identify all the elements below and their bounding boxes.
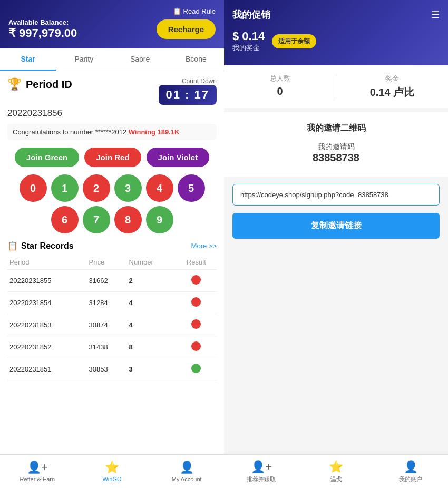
- account-icon: 👤: [180, 461, 194, 474]
- left-panel: 📋 Read Rule Available Balance: ₹ 997,979…: [0, 0, 224, 488]
- number-4[interactable]: 4: [146, 174, 173, 202]
- cell-price: 31662: [87, 270, 127, 292]
- period-title: 🏆 Period ID: [7, 77, 72, 91]
- invite-code-value: 83858738: [232, 152, 440, 164]
- nav-reffer-earn-label: Reffer & Earn: [20, 476, 55, 482]
- stat-bonus-label: 奖金: [336, 74, 448, 83]
- reward-label: 我的奖金: [232, 43, 265, 53]
- period-id: 20220231856: [7, 108, 217, 119]
- col-price: Price: [87, 255, 127, 270]
- applicable-badge: 适用于余额: [272, 34, 316, 48]
- period-section: 🏆 Period ID Count Down 01 : 17: [7, 77, 217, 105]
- cell-result: [176, 314, 217, 336]
- copy-invite-link-button[interactable]: 复制邀请链接: [232, 213, 440, 239]
- number-0[interactable]: 0: [20, 174, 47, 202]
- read-rule-button[interactable]: 📋 Read Rule: [173, 7, 216, 15]
- invite-code-label: 我的邀请码: [232, 142, 440, 152]
- cell-result: [176, 270, 217, 292]
- tab-star[interactable]: Star: [0, 48, 56, 71]
- read-rule-link: 📋 Read Rule: [8, 7, 216, 15]
- cell-result: [176, 358, 217, 380]
- number-5[interactable]: 5: [178, 174, 205, 202]
- recommend-icon: 👤+: [251, 460, 272, 474]
- number-2[interactable]: 2: [83, 174, 110, 202]
- reward-row: $ 0.14 我的奖金 适用于余额: [232, 30, 440, 53]
- cell-price: 30853: [87, 358, 127, 380]
- cell-number: 4: [127, 314, 176, 336]
- cell-period: 20220231852: [7, 336, 87, 358]
- number-6[interactable]: 6: [51, 206, 79, 233]
- table-row: 20220231851 30853 3: [7, 358, 217, 380]
- invite-code-section: 我的邀请码 83858738: [232, 142, 440, 164]
- menu-icon[interactable]: ☰: [431, 9, 440, 21]
- right-nav-recommend[interactable]: 👤+ 推荐并赚取: [224, 455, 299, 488]
- table-row: 20220231853 30874 4: [7, 314, 217, 336]
- cell-price: 31438: [87, 336, 127, 358]
- nav-account-label: My Account: [172, 476, 202, 482]
- tab-parity[interactable]: Parity: [56, 48, 112, 71]
- number-1[interactable]: 1: [51, 174, 79, 202]
- cell-price: 30874: [87, 314, 127, 336]
- records-table: Period Price Number Result 20220231855 3…: [7, 255, 217, 380]
- cell-period: 20220231851: [7, 358, 87, 380]
- period-title-text: Period ID: [26, 79, 72, 91]
- cell-result: [176, 292, 217, 314]
- more-link[interactable]: More >>: [191, 242, 217, 250]
- table-header-row: Period Price Number Result: [7, 255, 217, 270]
- trophy-icon: 🏆: [7, 77, 22, 91]
- cell-period: 20220231854: [7, 292, 87, 314]
- cell-result: [176, 336, 217, 358]
- qr-section: 我的邀请二维码 我的邀请码 83858738: [224, 112, 448, 177]
- tab-bcone[interactable]: Bcone: [168, 48, 224, 71]
- tabs: Star Parity Sapre Bcone: [0, 48, 224, 71]
- nav-wingo-label: WinGO: [102, 476, 121, 482]
- join-red-button[interactable]: Join Red: [84, 148, 141, 167]
- balance-label: Available Balance:: [8, 18, 77, 26]
- invite-link-box[interactable]: https://codeye.shop/signup.php?code=8385…: [232, 184, 440, 206]
- countdown-label: Count Down: [159, 77, 217, 85]
- left-header: 📋 Read Rule Available Balance: ₹ 997,979…: [0, 0, 224, 48]
- recharge-button[interactable]: Recharge: [157, 19, 216, 39]
- reffer-earn-icon: 👤+: [27, 461, 48, 474]
- period-title-group: 🏆 Period ID: [7, 77, 72, 91]
- right-nav-wingo[interactable]: ⭐ 温戈: [299, 455, 374, 488]
- winning-text: Winning 189.1K: [129, 128, 180, 136]
- stat-bonus-value: 0.14 卢比: [336, 85, 448, 100]
- records-header: 📋 Star Records More >>: [7, 241, 217, 251]
- nav-wingo[interactable]: ⭐ WinGO: [75, 455, 150, 488]
- stats-row: 总人数 0 奖金 0.14 卢比: [224, 65, 448, 108]
- cell-period: 20220231855: [7, 270, 87, 292]
- stat-total-label: 总人数: [224, 74, 336, 83]
- table-row: 20220231855 31662 2: [7, 270, 217, 292]
- table-row: 20220231852 31438 8: [7, 336, 217, 358]
- number-3[interactable]: 3: [114, 174, 142, 202]
- cell-price: 31284: [87, 292, 127, 314]
- join-green-button[interactable]: Join Green: [15, 148, 79, 167]
- cell-number: 2: [127, 270, 176, 292]
- balance-amount: ₹ 997,979.00: [8, 26, 77, 40]
- right-nav-wingo-label: 温戈: [330, 475, 342, 483]
- stat-total-value: 0: [224, 85, 336, 97]
- balance-section: Available Balance: ₹ 997,979.00: [8, 18, 77, 40]
- records-icon: 📋: [7, 241, 18, 251]
- join-violet-button[interactable]: Join Violet: [147, 148, 210, 167]
- right-panel: 我的促销 ☰ $ 0.14 我的奖金 适用于余额 总人数 0 奖金 0.14 卢…: [224, 0, 448, 488]
- tab-sapre[interactable]: Sapre: [112, 48, 168, 71]
- col-number: Number: [127, 255, 176, 270]
- right-content: 总人数 0 奖金 0.14 卢比 我的邀请二维码 我的邀请码 83858738 …: [224, 65, 448, 454]
- nav-my-account[interactable]: 👤 My Account: [149, 455, 224, 488]
- right-header: 我的促销 ☰ $ 0.14 我的奖金 适用于余额: [224, 0, 448, 65]
- balance-row: Available Balance: ₹ 997,979.00 Recharge: [8, 18, 216, 40]
- nav-reffer-earn[interactable]: 👤+ Reffer & Earn: [0, 455, 75, 488]
- number-8[interactable]: 8: [114, 206, 142, 233]
- number-9[interactable]: 9: [146, 206, 173, 233]
- stat-total-people: 总人数 0: [224, 74, 336, 100]
- left-bottom-nav: 👤+ Reffer & Earn ⭐ WinGO 👤 My Account: [0, 454, 224, 488]
- records-title: 📋 Star Records: [7, 241, 74, 251]
- qr-title: 我的邀请二维码: [232, 123, 440, 134]
- countdown-group: Count Down 01 : 17: [159, 77, 217, 105]
- right-nav-account[interactable]: 👤 我的账户: [373, 455, 448, 488]
- number-7[interactable]: 7: [83, 206, 110, 233]
- reward-info: $ 0.14 我的奖金: [232, 30, 265, 53]
- promotion-title: 我的促销: [232, 8, 270, 21]
